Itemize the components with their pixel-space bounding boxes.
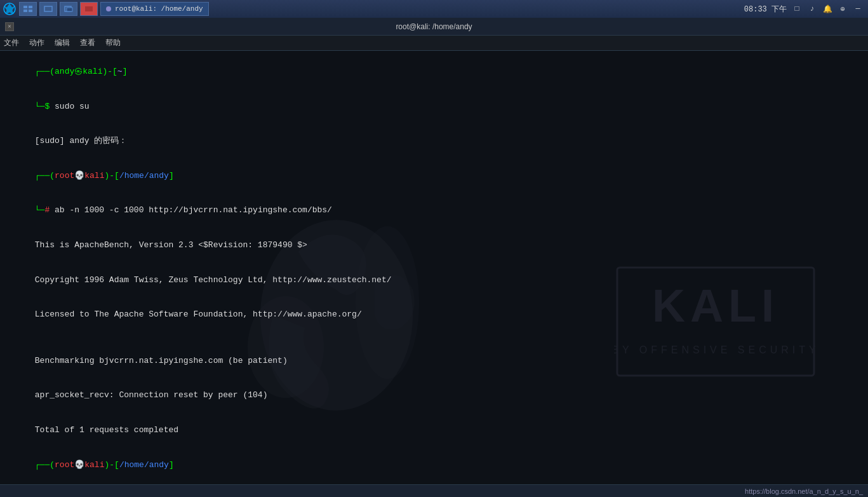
- svg-rect-8: [85, 6, 93, 11]
- terminal-line-10: Benchmarking bjvcrrn.nat.ipyingshe.com (…: [5, 344, 863, 379]
- taskbar-btn-4[interactable]: [80, 2, 98, 16]
- terminal-line-4: ┌──(root💀kali)-[/home/andy]: [5, 159, 863, 194]
- terminal-line-11: apr_socket_recv: Connection reset by pee…: [5, 378, 863, 413]
- terminal-menu: 文件 动作 编辑 查看 帮助: [0, 36, 868, 51]
- window-close-btn[interactable]: ✕: [5, 22, 14, 31]
- terminal-line-3: [sudo] andy 的密码：: [5, 124, 863, 159]
- terminal-line-9: [5, 332, 863, 344]
- settings-icon[interactable]: ⊕: [838, 4, 848, 14]
- taskbar-btn-1[interactable]: [19, 2, 37, 16]
- window-controls: ✕: [5, 22, 14, 31]
- menu-view[interactable]: 查看: [80, 37, 95, 48]
- svg-rect-1: [23, 6, 27, 8]
- svg-rect-4: [29, 10, 32, 12]
- svg-rect-2: [29, 6, 32, 8]
- notification-icon[interactable]: 🔔: [822, 4, 832, 14]
- taskbar-btn-3[interactable]: [60, 2, 77, 16]
- svg-rect-5: [44, 6, 52, 11]
- menu-file[interactable]: 文件: [4, 37, 19, 48]
- terminal-line-5: └─# ab -n 1000 -c 1000 http://bjvcrrn.na…: [5, 193, 863, 228]
- terminal-line-13: ┌──(root💀kali)-[/home/andy]: [5, 447, 863, 482]
- svg-rect-7: [67, 8, 72, 11]
- taskbar-left: root@kali: /home/andy: [0, 2, 209, 16]
- minimize-icon[interactable]: —: [853, 4, 863, 14]
- taskbar-btn-2[interactable]: [39, 2, 57, 16]
- terminal-window: ✕ root@kali: /home/andy 文件 动作 编辑 查看 帮助: [0, 18, 868, 497]
- taskbar-app-terminal[interactable]: root@kali: /home/andy: [100, 2, 209, 16]
- taskbar-app-label: root@kali: /home/andy: [115, 5, 203, 13]
- taskbar: root@kali: /home/andy 08:33 下午 □ ♪ 🔔 ⊕ —: [0, 0, 868, 18]
- terminal-line-12: Total of 1 requests completed: [5, 413, 863, 448]
- app-dot-icon: [106, 6, 111, 11]
- menu-edit[interactable]: 编辑: [55, 37, 70, 48]
- bottom-url: https://blog.csdn.net/a_n_d_y_s_u_n_: [745, 487, 863, 495]
- terminal-titlebar: ✕ root@kali: /home/andy: [0, 18, 868, 36]
- audio-icon[interactable]: ♪: [807, 4, 817, 14]
- terminal-line-2: └─$ sudo su: [5, 90, 863, 125]
- taskbar-right: 08:33 下午 □ ♪ 🔔 ⊕ —: [744, 4, 868, 15]
- terminal-title: root@kali: /home/andy: [5, 22, 863, 31]
- svg-rect-3: [23, 10, 27, 12]
- bottom-bar: https://blog.csdn.net/a_n_d_y_s_u_n_: [0, 484, 868, 497]
- menu-help[interactable]: 帮助: [105, 37, 121, 48]
- terminal-line-6: This is ApacheBench, Version 2.3 <$Revis…: [5, 228, 863, 263]
- screen-icon[interactable]: □: [792, 4, 802, 14]
- terminal-body[interactable]: KALI BY OFFENSIVE SECURITY ┌──(andy㉿kali…: [0, 51, 868, 497]
- terminal-line-8: Licensed to The Apache Software Foundati…: [5, 297, 863, 332]
- kali-logo-icon[interactable]: [3, 2, 17, 16]
- taskbar-time: 08:33 下午: [744, 4, 787, 15]
- terminal-line-1: ┌──(andy㉿kali)-[~]: [5, 55, 863, 90]
- menu-actions[interactable]: 动作: [29, 37, 44, 48]
- terminal-line-7: Copyright 1996 Adam Twiss, Zeus Technolo…: [5, 262, 863, 297]
